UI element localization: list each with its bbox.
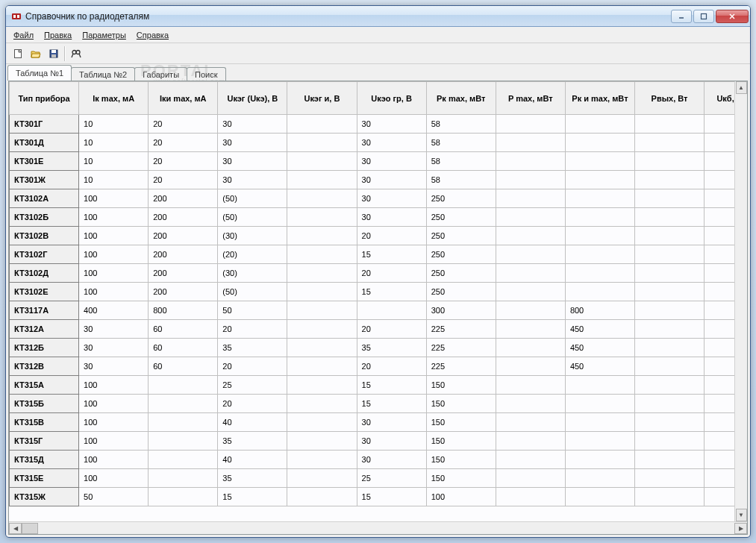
column-header[interactable]: Iк max, мА bbox=[79, 82, 149, 115]
data-cell[interactable]: 58 bbox=[426, 115, 496, 134]
data-cell[interactable] bbox=[565, 469, 634, 488]
data-cell[interactable] bbox=[287, 301, 357, 320]
data-cell[interactable]: 58 bbox=[426, 171, 496, 189]
data-cell[interactable] bbox=[287, 432, 357, 451]
data-cell[interactable] bbox=[565, 413, 634, 432]
column-header[interactable]: Pк и max, мВт bbox=[565, 82, 634, 115]
scroll-up-icon[interactable]: ▲ bbox=[736, 81, 747, 94]
data-cell[interactable]: 20 bbox=[357, 264, 426, 283]
data-cell[interactable] bbox=[287, 413, 357, 432]
data-cell[interactable] bbox=[634, 376, 704, 395]
data-cell[interactable] bbox=[634, 171, 704, 189]
data-cell[interactable]: 58 bbox=[426, 134, 496, 152]
data-cell[interactable]: (20) bbox=[218, 245, 287, 264]
data-cell[interactable]: 50 bbox=[79, 488, 149, 506]
data-cell[interactable]: 25 bbox=[218, 376, 287, 395]
data-cell[interactable] bbox=[634, 301, 704, 320]
data-cell[interactable]: 100 bbox=[79, 245, 149, 264]
data-cell[interactable]: 250 bbox=[426, 283, 496, 301]
data-cell[interactable] bbox=[496, 264, 565, 283]
column-header[interactable]: Uкэо гр, В bbox=[357, 82, 426, 115]
data-cell[interactable]: 250 bbox=[426, 189, 496, 208]
table-row[interactable]: КТ312А30602020225450 bbox=[10, 320, 747, 339]
data-cell[interactable] bbox=[634, 339, 704, 357]
data-cell[interactable]: 30 bbox=[357, 134, 426, 152]
table-row[interactable]: КТ3102Д100200(30)20250 bbox=[10, 264, 747, 283]
data-cell[interactable] bbox=[496, 432, 565, 451]
table-row[interactable]: КТ301Г1020303058 bbox=[10, 115, 747, 134]
row-type-cell[interactable]: КТ315Г bbox=[10, 432, 79, 451]
tab-table2[interactable]: Таблица №2 bbox=[71, 67, 135, 81]
data-cell[interactable]: 20 bbox=[357, 320, 426, 339]
data-cell[interactable]: 30 bbox=[357, 432, 426, 451]
row-type-cell[interactable]: КТ3102Г bbox=[10, 245, 79, 264]
data-cell[interactable]: (30) bbox=[218, 227, 287, 245]
data-cell[interactable] bbox=[565, 189, 634, 208]
data-cell[interactable] bbox=[287, 171, 357, 189]
hscroll-track[interactable] bbox=[22, 523, 734, 534]
row-type-cell[interactable]: КТ315Е bbox=[10, 469, 79, 488]
table-row[interactable]: КТ301Е1020303058 bbox=[10, 152, 747, 171]
data-cell[interactable] bbox=[287, 469, 357, 488]
data-cell[interactable]: 100 bbox=[79, 413, 149, 432]
data-cell[interactable]: 150 bbox=[426, 395, 496, 413]
data-cell[interactable] bbox=[496, 413, 565, 432]
table-row[interactable]: КТ3102Г100200(20)15250 bbox=[10, 245, 747, 264]
data-cell[interactable]: 30 bbox=[357, 189, 426, 208]
data-cell[interactable]: 20 bbox=[149, 171, 218, 189]
data-cell[interactable]: 200 bbox=[149, 189, 218, 208]
maximize-button[interactable] bbox=[693, 10, 714, 23]
data-cell[interactable]: 300 bbox=[426, 301, 496, 320]
data-cell[interactable]: 225 bbox=[426, 339, 496, 357]
data-cell[interactable] bbox=[149, 376, 218, 395]
data-cell[interactable] bbox=[565, 488, 634, 506]
table-row[interactable]: КТ315Б1002015150 bbox=[10, 395, 747, 413]
data-cell[interactable]: 10 bbox=[79, 115, 149, 134]
data-cell[interactable]: 800 bbox=[565, 301, 634, 320]
data-cell[interactable] bbox=[634, 283, 704, 301]
data-cell[interactable]: 30 bbox=[357, 171, 426, 189]
vertical-scrollbar[interactable]: ▲ ▼ bbox=[734, 81, 747, 521]
data-cell[interactable]: 30 bbox=[357, 115, 426, 134]
data-cell[interactable] bbox=[496, 283, 565, 301]
scroll-left-icon[interactable]: ◀ bbox=[9, 523, 22, 534]
data-cell[interactable] bbox=[634, 189, 704, 208]
row-type-cell[interactable]: КТ312В bbox=[10, 357, 79, 376]
table-row[interactable]: КТ315Д1004030150 bbox=[10, 451, 747, 469]
column-header[interactable]: Pк max, мВт bbox=[426, 82, 496, 115]
data-cell[interactable] bbox=[287, 208, 357, 227]
data-cell[interactable] bbox=[496, 171, 565, 189]
table-row[interactable]: КТ3117А40080050300800 bbox=[10, 301, 747, 320]
data-cell[interactable]: 10 bbox=[79, 171, 149, 189]
table-row[interactable]: КТ301Ж1020303058 bbox=[10, 171, 747, 189]
data-cell[interactable] bbox=[634, 432, 704, 451]
data-cell[interactable] bbox=[287, 339, 357, 357]
data-cell[interactable]: 30 bbox=[357, 208, 426, 227]
table-row[interactable]: КТ312В30602020225450 bbox=[10, 357, 747, 376]
data-cell[interactable]: 10 bbox=[79, 152, 149, 171]
data-cell[interactable] bbox=[634, 227, 704, 245]
data-cell[interactable] bbox=[357, 301, 426, 320]
scroll-right-icon[interactable]: ▶ bbox=[734, 523, 747, 534]
data-cell[interactable] bbox=[149, 395, 218, 413]
data-cell[interactable]: 20 bbox=[357, 227, 426, 245]
data-cell[interactable]: 15 bbox=[357, 283, 426, 301]
data-cell[interactable]: 30 bbox=[357, 451, 426, 469]
data-cell[interactable]: 15 bbox=[218, 488, 287, 506]
data-cell[interactable]: 20 bbox=[218, 395, 287, 413]
data-cell[interactable]: 200 bbox=[149, 208, 218, 227]
data-cell[interactable]: 100 bbox=[79, 451, 149, 469]
menu-help[interactable]: Справка bbox=[132, 29, 173, 41]
data-cell[interactable]: 60 bbox=[149, 339, 218, 357]
data-cell[interactable] bbox=[565, 264, 634, 283]
vscroll-track[interactable] bbox=[736, 94, 747, 509]
data-cell[interactable] bbox=[565, 451, 634, 469]
row-type-cell[interactable]: КТ3102Д bbox=[10, 264, 79, 283]
row-type-cell[interactable]: КТ315Б bbox=[10, 395, 79, 413]
table-row[interactable]: КТ301Д1020303058 bbox=[10, 134, 747, 152]
data-cell[interactable] bbox=[496, 301, 565, 320]
data-cell[interactable] bbox=[496, 245, 565, 264]
menu-params[interactable]: Параметры bbox=[78, 29, 131, 41]
data-cell[interactable]: (50) bbox=[218, 283, 287, 301]
data-cell[interactable] bbox=[634, 245, 704, 264]
